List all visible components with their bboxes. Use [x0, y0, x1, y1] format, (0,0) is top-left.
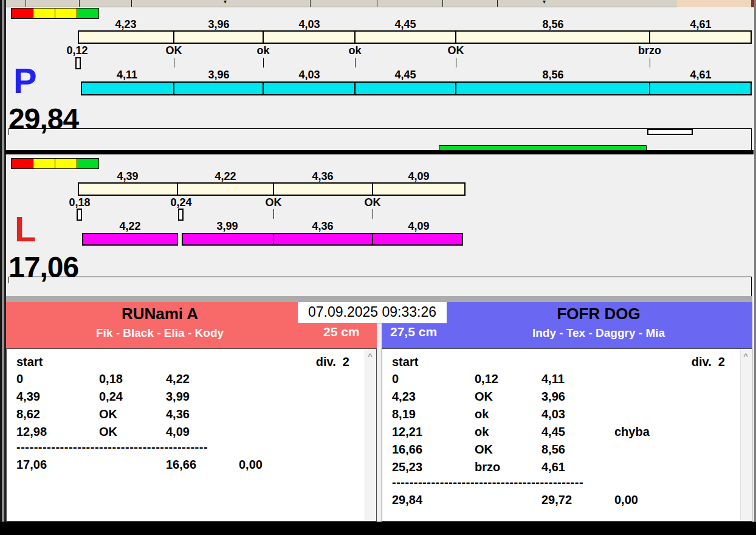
section-divider — [5, 150, 754, 154]
lane-l-status-square-green — [77, 158, 99, 169]
lane-p-status-square-yellow-2 — [55, 8, 77, 19]
lane-p-reference-bar — [78, 30, 752, 44]
lane-l-actual-split-label: 4,36 — [312, 220, 333, 233]
cell-pass: 0,12 — [475, 372, 498, 386]
lane-l-actual-split-label: 3,99 — [216, 220, 238, 233]
table-header-division: div. 2 — [316, 355, 349, 369]
lane-p-actual-split-label: 4,11 — [117, 69, 137, 81]
table-separator: ----------------------------------------… — [392, 475, 616, 489]
net-time: 29,72 — [541, 493, 572, 507]
scroll-up-arrow-icon[interactable]: ^ — [741, 351, 751, 362]
lane-p-strip-left-tick — [9, 128, 9, 135]
lane-p-actual-split-label: 4,03 — [298, 69, 320, 81]
lane-p-letter: P — [13, 63, 37, 98]
lane-l-status-square-yellow-1 — [33, 158, 55, 169]
toolbar-separator — [497, 0, 498, 7]
lane-l-actual-bar-divider — [273, 233, 274, 246]
cell-cumulative: 0 — [392, 372, 399, 386]
lane-l-actual-bar-segment-2 — [182, 233, 463, 246]
lane-p-pass-label: ok — [256, 44, 269, 57]
lane-p-ref-split-label: 4,23 — [115, 18, 136, 31]
team-left-results-table[interactable]: start div. 2 0 0,18 4,22 4,39 0,24 3,99 … — [6, 348, 377, 522]
lane-l-reference-bar — [78, 182, 466, 196]
cell-split: 4,61 — [541, 460, 565, 474]
lane-p-reference-bar-divider — [649, 30, 650, 44]
lane-p-reference-bar-divider — [455, 30, 456, 44]
toolbar-strip[interactable]: ▾ ▾ — [6, 0, 756, 7]
total-time: 29,84 — [392, 493, 422, 507]
cell-pass: OK — [99, 407, 117, 421]
lane-p-ref-split-label: 3,96 — [208, 18, 229, 31]
lane-p-white-indicator-box — [647, 129, 693, 135]
cell-pass: ok — [475, 407, 489, 421]
toolbar-separator — [79, 0, 80, 7]
lane-l-actual-bar-divider — [372, 233, 373, 246]
lane-p-status-square-red — [11, 8, 33, 19]
table-scrollbar[interactable]: ^ — [365, 350, 376, 520]
table-header-start: start — [392, 355, 418, 369]
team-left-dogs: Fík - Black - Elia - Kody — [96, 326, 224, 340]
cell-pass: 0,18 — [99, 372, 123, 386]
lane-p-pass-label: brzo — [638, 44, 661, 57]
lane-p-ref-split-label: 4,45 — [394, 18, 416, 31]
table-row: 25,23 brzo 4,61 — [382, 460, 735, 477]
total-time: 17,06 — [16, 458, 47, 472]
cell-pass: brzo — [475, 460, 500, 474]
lane-p-strip-line — [9, 128, 752, 129]
team-right-name: FOFR DOG — [557, 305, 640, 323]
lane-p-actual-split-label: 8,56 — [542, 69, 563, 81]
lane-p-ref-split-label: 4,61 — [690, 18, 711, 31]
lane-l-reference-bar-divider — [177, 182, 178, 196]
lane-l-strip-left-tick — [9, 277, 9, 283]
lane-p-ref-split-label: 4,03 — [298, 18, 320, 31]
lane-p-reference-bar-divider — [354, 30, 356, 44]
cell-pass: OK — [99, 425, 117, 439]
cell-split: 8,56 — [541, 443, 565, 457]
cell-pass: 0,24 — [99, 390, 123, 404]
table-row: 0 0,18 4,22 — [7, 372, 359, 389]
team-right-results-table[interactable]: start div. 2 0 0,12 4,11 4,23 OK 3,96 8,… — [382, 348, 752, 522]
cell-split: 3,99 — [166, 390, 190, 404]
window-left-border — [0, 0, 6, 535]
lane-p-actual-bar-divider — [173, 81, 174, 95]
penalty-time: 0,00 — [239, 458, 263, 472]
lane-l-pass-label: 0,18 — [69, 196, 90, 209]
lane-l-actual-split-label: 4,22 — [119, 220, 140, 233]
lane-l-pass-label: OK — [365, 196, 381, 209]
cell-cumulative: 0 — [16, 372, 23, 386]
team-left-jump-height: 25 cm — [323, 325, 360, 339]
lane-p-pass-tick — [456, 58, 456, 67]
lane-p-actual-bar — [81, 81, 752, 95]
lane-p-actual-bar-divider — [263, 81, 264, 95]
lane-p-actual-bar-divider — [455, 81, 456, 95]
lane-p-reference-bar-divider — [173, 30, 174, 44]
lane-p-status-square-yellow-1 — [33, 8, 55, 19]
table-totals-row: 29,84 29,72 0,00 — [382, 493, 735, 510]
dropdown-arrow-icon[interactable]: ▾ — [224, 0, 227, 5]
table-row: 12,21 ok 4,45 chyba — [382, 425, 735, 442]
table-separator: ----------------------------------------… — [16, 440, 240, 454]
dropdown-arrow-icon[interactable]: ▾ — [543, 0, 546, 5]
lane-p-ref-split-label: 8,56 — [542, 18, 563, 31]
team-left-name: RUNami A — [122, 305, 198, 323]
lane-p-total-time: 29,84 — [9, 105, 78, 134]
datetime-display: 07.09.2025 09:33:26 — [298, 302, 447, 323]
lane-p-pass-tick — [174, 58, 174, 67]
cell-split: 4,03 — [541, 407, 565, 421]
cell-pass: OK — [475, 390, 493, 404]
cell-cumulative: 8,62 — [16, 407, 40, 421]
table-scrollbar[interactable]: ^ — [740, 350, 751, 520]
lane-l-letter: L — [15, 212, 36, 247]
lane-l-ref-split-label: 4,36 — [312, 170, 333, 183]
toolbar-tan-block — [677, 0, 754, 7]
table-row: 16,66 OK 8,56 — [382, 443, 735, 460]
lane-l-pass-marker — [178, 209, 184, 221]
lane-l-pass-tick — [273, 209, 274, 219]
lane-l-pass-tick — [373, 209, 373, 219]
lane-l-pass-label: OK — [266, 196, 282, 209]
scroll-up-arrow-icon[interactable]: ^ — [365, 351, 375, 362]
lane-p-start-marker — [75, 57, 81, 69]
lane-p-strip-right-border — [751, 128, 752, 150]
lane-p-actual-split-label: 3,96 — [208, 69, 229, 81]
lane-p-pass-label: OK — [448, 44, 464, 57]
